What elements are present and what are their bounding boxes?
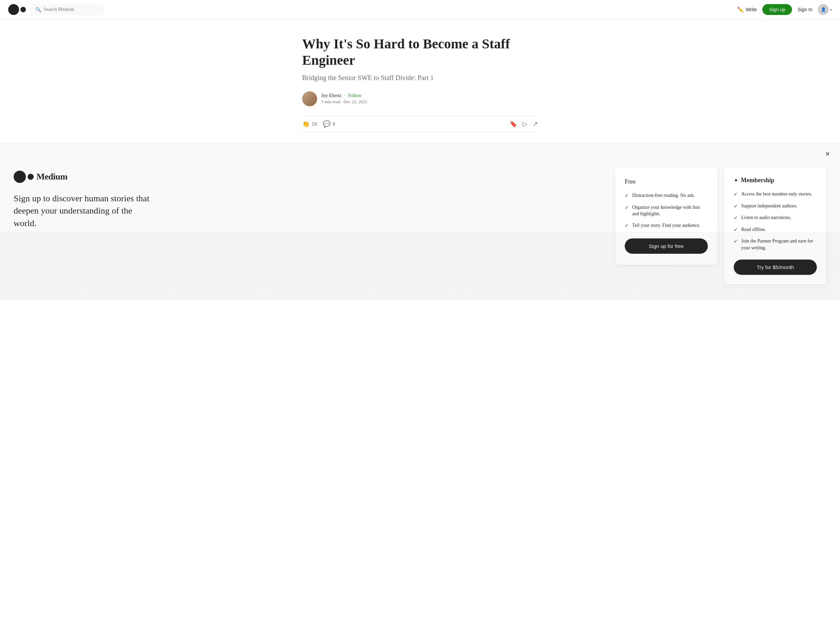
- free-feature-1: ✓ Distraction-free reading. No ads.: [625, 192, 708, 199]
- author-row: Joy Ebertz · Follow 5 min read · Dec 23,…: [302, 91, 538, 106]
- check-icon-m1: ✓: [734, 191, 738, 198]
- clap-button[interactable]: 👏 1K: [302, 120, 318, 128]
- comment-button[interactable]: 💬 9: [323, 120, 335, 128]
- article-section: Why It's So Hard to Become a Staff Engin…: [294, 19, 546, 143]
- share-icon: ↗: [533, 120, 538, 128]
- logo-circle-small: [20, 7, 26, 12]
- check-icon-3: ✓: [625, 222, 629, 229]
- article-actions: 👏 1K 💬 9 🔖 ▷ ↗: [302, 116, 538, 132]
- clap-icon: 👏: [302, 120, 310, 128]
- logo-circles: [8, 4, 26, 15]
- membership-feature-3: ✓ Listen to audio narrations.: [734, 214, 817, 221]
- clap-count: 1K: [312, 121, 318, 127]
- membership-star-icon: ✦: [734, 177, 738, 184]
- medium-logo[interactable]: [8, 4, 26, 15]
- check-icon-1: ✓: [625, 192, 629, 199]
- bookmark-icon: 🔖: [510, 120, 517, 128]
- overlay-logo-small-circle: [28, 174, 34, 180]
- author-name-row: Joy Ebertz · Follow: [321, 93, 367, 99]
- free-features-list: ✓ Distraction-free reading. No ads. ✓ Or…: [625, 192, 708, 229]
- overlay-logo-text: Medium: [36, 171, 68, 182]
- author-avatar[interactable]: [302, 91, 317, 106]
- overlay-bg-pattern: [0, 232, 840, 300]
- follow-button[interactable]: Follow: [348, 93, 362, 99]
- signin-button[interactable]: Sign In: [797, 7, 812, 12]
- write-button[interactable]: ✏️ Write: [737, 6, 757, 13]
- author-name[interactable]: Joy Ebertz: [321, 93, 341, 99]
- user-avatar-wrapper[interactable]: 👤 ▾: [818, 4, 832, 15]
- overlay-medium-logo[interactable]: Medium: [14, 171, 150, 183]
- free-feature-3: ✓ Tell your story. Find your audience.: [625, 222, 708, 229]
- search-bar[interactable]: 🔍 Search Medium: [30, 4, 105, 15]
- author-avatar-image: [302, 91, 317, 106]
- logo-circle-big: [8, 4, 19, 15]
- comment-count: 9: [332, 121, 335, 127]
- chevron-down-icon: ▾: [830, 8, 832, 12]
- check-icon-m3: ✓: [734, 215, 738, 221]
- overlay-logo-circles: [14, 171, 34, 183]
- article-subtitle: Bridging the Senior SWE to Staff Divide:…: [302, 74, 538, 82]
- overlay-tagline: Sign up to discover human stories that d…: [14, 192, 150, 230]
- comment-icon: 💬: [323, 120, 330, 128]
- write-icon: ✏️: [737, 6, 744, 13]
- actions-right: 🔖 ▷ ↗: [510, 120, 538, 128]
- free-feature-2: ✓ Organize your knowledge with lists and…: [625, 204, 708, 217]
- overlay-section: × Medium Sign up to discover human stori…: [0, 144, 840, 300]
- article-meta: 5 min read · Dec 23, 2022: [321, 99, 367, 105]
- play-icon: ▷: [522, 120, 527, 128]
- membership-feature-1: ✓ Access the best member-only stories.: [734, 191, 817, 198]
- actions-left: 👏 1K 💬 9: [302, 120, 335, 128]
- search-input-placeholder: Search Medium: [44, 7, 74, 12]
- membership-title: Membership: [741, 177, 774, 184]
- navbar-left: 🔍 Search Medium: [8, 4, 105, 15]
- membership-header: ✦ Membership: [734, 177, 817, 184]
- close-button[interactable]: ×: [825, 150, 830, 158]
- check-icon-m2: ✓: [734, 203, 738, 210]
- listen-button[interactable]: ▷: [522, 120, 527, 128]
- save-button[interactable]: 🔖: [510, 120, 517, 128]
- search-icon: 🔍: [36, 7, 41, 12]
- share-button[interactable]: ↗: [533, 120, 538, 128]
- membership-feature-2: ✓ Support independent authors.: [734, 203, 817, 210]
- overlay-left: Medium Sign up to discover human stories…: [14, 164, 150, 230]
- navbar: 🔍 Search Medium ✏️ Write Sign up Sign In…: [0, 0, 840, 19]
- navbar-right: ✏️ Write Sign up Sign In 👤 ▾: [737, 4, 832, 15]
- free-label: Free: [625, 178, 708, 185]
- author-info: Joy Ebertz · Follow 5 min read · Dec 23,…: [321, 93, 367, 105]
- signup-button[interactable]: Sign up: [762, 4, 792, 15]
- check-icon-2: ✓: [625, 204, 629, 211]
- overlay-logo-big-circle: [14, 171, 26, 183]
- article-title: Why It's So Hard to Become a Staff Engin…: [302, 36, 538, 68]
- avatar: 👤: [818, 4, 829, 15]
